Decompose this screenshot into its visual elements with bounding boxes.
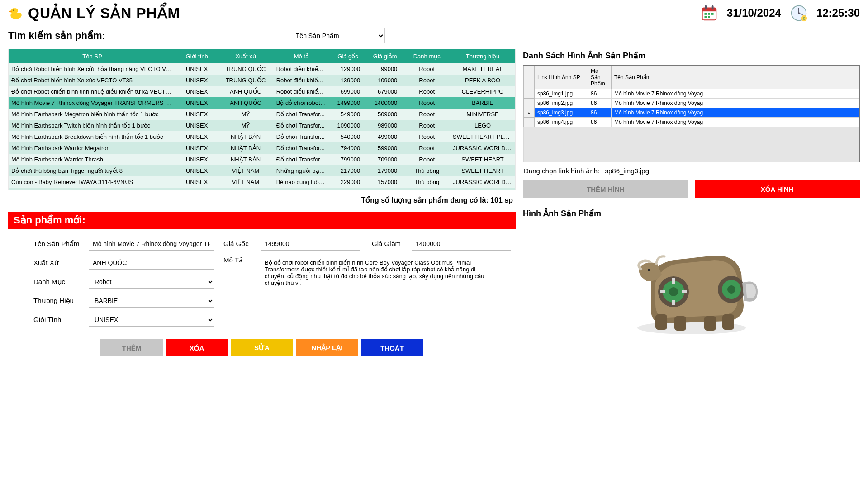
textarea-desc[interactable] bbox=[261, 256, 499, 319]
imgcol-name[interactable]: Tên Sản Phẩm bbox=[612, 66, 859, 89]
svg-rect-3 bbox=[705, 5, 707, 10]
svg-rect-26 bbox=[682, 290, 687, 293]
current-date: 31/10/2024 bbox=[727, 7, 781, 19]
col-price[interactable]: Giá gốc bbox=[329, 49, 366, 63]
table-row[interactable]: Đồ chơi Robot biến hình Xe cứu hỏa thang… bbox=[9, 63, 515, 75]
exit-button[interactable]: THOÁT bbox=[361, 339, 423, 356]
label-origin: Xuất Xứ bbox=[33, 259, 83, 267]
current-time: 12:25:30 bbox=[816, 7, 860, 19]
select-gender[interactable]: UNISEX bbox=[89, 313, 214, 327]
col-cat[interactable]: Danh mục bbox=[403, 49, 450, 63]
calendar-icon bbox=[700, 4, 719, 23]
reset-button[interactable]: NHẬP LẠI bbox=[296, 339, 358, 356]
svg-rect-4 bbox=[712, 5, 714, 10]
image-grid[interactable]: Link Hình Ảnh SP Mã Sản Phẩm Tên Sản Phẩ… bbox=[523, 65, 860, 162]
imgcol-link[interactable]: Link Hình Ảnh SP bbox=[535, 66, 588, 89]
svg-rect-6 bbox=[708, 13, 710, 15]
table-row[interactable]: Mô hình Earthspark Warrior ThrashUNISEXN… bbox=[9, 154, 515, 165]
select-brand[interactable]: BARBIE bbox=[89, 294, 214, 308]
table-row[interactable]: Mô hình Movie 7 Rhinox dòng Voyager TRAN… bbox=[9, 97, 515, 109]
table-row[interactable]: Mô hình Earthspark Breakdown biến hình t… bbox=[9, 131, 515, 142]
table-row[interactable]: Đồ chơi thú bông bạn Tigger người tuyết … bbox=[9, 165, 515, 176]
col-gender[interactable]: Giới tính bbox=[176, 49, 218, 63]
col-name[interactable]: Tên SP bbox=[9, 49, 176, 63]
chosen-label: Đang chọn link hình ảnh: bbox=[524, 167, 599, 175]
clock-icon: $ bbox=[789, 4, 808, 23]
svg-point-23 bbox=[669, 287, 678, 296]
imgcol-code[interactable]: Mã Sản Phẩm bbox=[588, 66, 612, 89]
chosen-value: sp86_img3.jpg bbox=[605, 167, 649, 175]
svg-rect-5 bbox=[704, 13, 707, 15]
svg-rect-18 bbox=[674, 316, 686, 331]
search-input[interactable] bbox=[110, 28, 286, 43]
search-label: Tìm kiếm sản phẩm: bbox=[8, 30, 105, 42]
label-desc: Mô Tả bbox=[223, 256, 255, 264]
table-row[interactable]: Cún con R/C - Pomeranian IWAYA 3159-2VN/… bbox=[9, 188, 515, 190]
edit-button[interactable]: SỬA bbox=[231, 339, 293, 356]
svg-rect-25 bbox=[672, 300, 675, 305]
input-name[interactable] bbox=[89, 237, 214, 251]
table-row[interactable]: Mô hình Earthspark Twitch biến hình thần… bbox=[9, 120, 515, 131]
label-sale: Giá Giảm bbox=[372, 240, 406, 248]
duck-icon bbox=[8, 5, 24, 21]
table-row[interactable]: Mô hình Earthspark Warrior MegatronUNISE… bbox=[9, 142, 515, 154]
label-name: Tên Sản Phẩm bbox=[33, 240, 83, 248]
label-price: Giá Gốc bbox=[223, 240, 255, 248]
svg-point-31 bbox=[648, 269, 650, 271]
svg-rect-27 bbox=[660, 290, 665, 293]
svg-point-0 bbox=[13, 9, 14, 11]
preview-title: Hình Ảnh Sản Phẩm bbox=[523, 208, 860, 218]
svg-rect-24 bbox=[672, 278, 675, 284]
table-row[interactable]: Cún con - Baby Retriever IWAYA 3114-6VN/… bbox=[9, 176, 515, 188]
search-field-select[interactable]: Tên Sản Phẩm bbox=[291, 28, 385, 43]
product-image-preview bbox=[523, 228, 860, 341]
product-table: Tên SP Giới tính Xuất xứ Mô tả Giá gốc G… bbox=[9, 49, 515, 190]
label-brand: Thương Hiệu bbox=[33, 297, 83, 305]
add-image-button: THÊM HÌNH bbox=[523, 180, 688, 198]
image-row[interactable]: sp86_img2.jpg86Mô hình Movie 7 Rhinox dò… bbox=[524, 99, 859, 108]
table-row[interactable]: Đồ chơi Robot biến hình Xe xúc VECTO VT3… bbox=[9, 75, 515, 86]
image-row[interactable]: sp86_img4.jpg86Mô hình Movie 7 Rhinox dò… bbox=[524, 118, 859, 127]
col-origin[interactable]: Xuất xứ bbox=[218, 49, 273, 63]
svg-point-30 bbox=[727, 285, 735, 294]
col-brand[interactable]: Thương hiệu bbox=[450, 49, 515, 63]
table-row[interactable]: Mô hình Earthspark Megatron biến hình th… bbox=[9, 109, 515, 120]
add-button: THÊM bbox=[100, 339, 163, 356]
svg-rect-19 bbox=[704, 316, 716, 331]
label-gender: Giới Tính bbox=[33, 316, 83, 324]
section-new-product: Sản phẩm mới: bbox=[8, 212, 516, 229]
input-origin[interactable] bbox=[89, 256, 214, 270]
product-table-scroll[interactable]: Tên SP Giới tính Xuất xứ Mô tả Giá gốc G… bbox=[8, 49, 516, 190]
svg-rect-7 bbox=[711, 13, 714, 15]
input-sale[interactable] bbox=[412, 237, 511, 251]
delete-image-button[interactable]: XÓA HÌNH bbox=[695, 180, 860, 198]
image-row[interactable]: sp86_img1.jpg86Mô hình Movie 7 Rhinox dò… bbox=[524, 89, 859, 99]
svg-rect-20 bbox=[722, 314, 734, 330]
col-sale[interactable]: Giá giảm bbox=[366, 49, 403, 63]
image-list-title: Danh Sách Hình Ảnh Sản Phẩm bbox=[523, 51, 860, 61]
select-cat[interactable]: Robot bbox=[89, 275, 214, 289]
col-desc[interactable]: Mô tả bbox=[274, 49, 329, 63]
total-count: Tổng số lượng sản phẩm đang có là: 101 s… bbox=[8, 190, 516, 208]
svg-rect-17 bbox=[655, 314, 667, 330]
svg-text:$: $ bbox=[803, 16, 805, 21]
image-row[interactable]: sp86_img3.jpg86Mô hình Movie 7 Rhinox dò… bbox=[524, 108, 859, 118]
svg-rect-8 bbox=[704, 16, 707, 18]
table-row[interactable]: Đồ chơi Robot chiến binh tinh nhuệ điều … bbox=[9, 86, 515, 97]
label-cat: Danh Mục bbox=[33, 278, 83, 286]
svg-rect-2 bbox=[702, 8, 716, 12]
delete-button[interactable]: XÓA bbox=[166, 339, 228, 356]
page-title: QUẢN LÝ SẢN PHẨM bbox=[28, 5, 180, 22]
input-price[interactable] bbox=[261, 237, 360, 251]
svg-rect-9 bbox=[708, 16, 710, 18]
